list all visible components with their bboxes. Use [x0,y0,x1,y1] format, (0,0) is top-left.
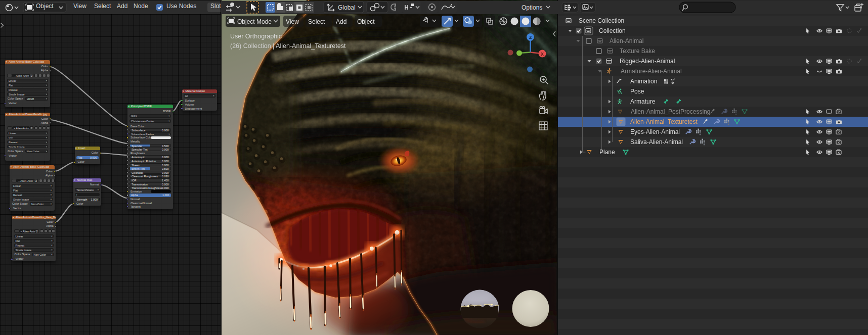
svg-text:Select: Select [308,18,325,25]
svg-text:Add: Add [336,18,346,25]
svg-text:Object: Object [357,18,375,25]
svg-text:X: X [541,52,544,57]
svg-text:Options: Options [522,4,542,11]
svg-text:Z: Z [529,35,532,40]
svg-text:(26) Collection | Alien-Animal: (26) Collection | Alien-Animal_Texturete… [230,42,346,50]
svg-text:Global: Global [338,4,356,11]
svg-text:Object Mode: Object Mode [237,18,272,25]
svg-text:User Orthographic: User Orthographic [230,33,282,40]
svg-text:View: View [286,18,299,25]
